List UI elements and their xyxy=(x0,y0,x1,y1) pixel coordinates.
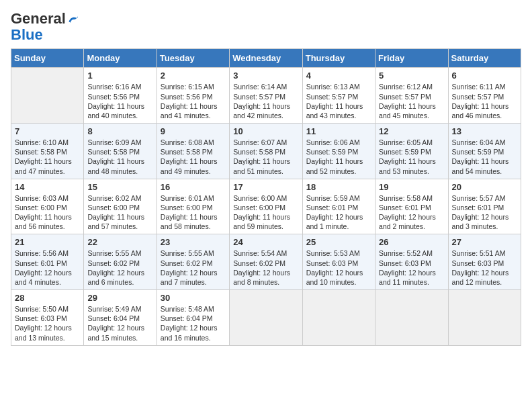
day-info: Sunrise: 5:58 AMSunset: 6:01 PMDaylight:… xyxy=(379,193,444,232)
day-number: 9 xyxy=(161,126,226,136)
day-info: Sunrise: 6:15 AMSunset: 5:56 PMDaylight:… xyxy=(161,82,226,120)
calendar-week-4: 21Sunrise: 5:56 AMSunset: 6:01 PMDayligh… xyxy=(11,234,521,290)
calendar-cell xyxy=(11,68,84,124)
logo: General Blue xyxy=(11,11,79,43)
calendar-cell: 21Sunrise: 5:56 AMSunset: 6:01 PMDayligh… xyxy=(11,234,84,290)
day-info: Sunrise: 6:01 AMSunset: 6:00 PMDaylight:… xyxy=(161,193,226,232)
calendar-cell: 26Sunrise: 5:52 AMSunset: 6:03 PMDayligh… xyxy=(375,234,448,290)
day-number: 3 xyxy=(233,71,298,81)
calendar-week-3: 14Sunrise: 6:03 AMSunset: 6:00 PMDayligh… xyxy=(11,179,521,234)
day-info: Sunrise: 5:52 AMSunset: 6:03 PMDaylight:… xyxy=(379,248,444,287)
day-info: Sunrise: 5:49 AMSunset: 6:04 PMDaylight:… xyxy=(87,304,152,342)
weekday-header-friday: Friday xyxy=(375,49,448,68)
calendar-cell: 20Sunrise: 5:57 AMSunset: 6:01 PMDayligh… xyxy=(448,179,521,234)
day-number: 7 xyxy=(15,126,80,136)
day-info: Sunrise: 5:48 AMSunset: 6:04 PMDaylight:… xyxy=(161,304,226,342)
day-number: 4 xyxy=(306,71,371,81)
day-info: Sunrise: 6:12 AMSunset: 5:57 PMDaylight:… xyxy=(379,82,444,120)
day-info: Sunrise: 6:08 AMSunset: 5:58 PMDaylight:… xyxy=(161,138,226,176)
day-info: Sunrise: 6:04 AMSunset: 5:59 PMDaylight:… xyxy=(452,138,517,176)
calendar-cell: 18Sunrise: 5:59 AMSunset: 6:01 PMDayligh… xyxy=(302,179,375,234)
day-info: Sunrise: 6:11 AMSunset: 5:57 PMDaylight:… xyxy=(452,82,517,120)
calendar-cell: 13Sunrise: 6:04 AMSunset: 5:59 PMDayligh… xyxy=(448,124,521,179)
day-number: 10 xyxy=(233,126,298,136)
calendar-cell: 11Sunrise: 6:06 AMSunset: 5:59 PMDayligh… xyxy=(302,124,375,179)
calendar-week-1: 1Sunrise: 6:16 AMSunset: 5:56 PMDaylight… xyxy=(11,68,521,124)
calendar-cell xyxy=(375,290,448,346)
calendar-table: SundayMondayTuesdayWednesdayThursdayFrid… xyxy=(11,48,521,345)
day-info: Sunrise: 5:50 AMSunset: 6:03 PMDaylight:… xyxy=(15,304,80,342)
day-number: 11 xyxy=(306,126,371,136)
calendar-cell xyxy=(230,290,302,346)
calendar-cell: 1Sunrise: 6:16 AMSunset: 5:56 PMDaylight… xyxy=(84,68,157,124)
day-number: 26 xyxy=(379,237,444,247)
day-number: 20 xyxy=(452,182,517,192)
day-number: 17 xyxy=(233,182,298,192)
weekday-header-row: SundayMondayTuesdayWednesdayThursdayFrid… xyxy=(11,49,521,68)
calendar-cell: 25Sunrise: 5:53 AMSunset: 6:03 PMDayligh… xyxy=(302,234,375,290)
day-number: 21 xyxy=(15,237,80,247)
day-info: Sunrise: 6:03 AMSunset: 6:00 PMDaylight:… xyxy=(15,193,80,232)
day-info: Sunrise: 6:16 AMSunset: 5:56 PMDaylight:… xyxy=(87,82,152,120)
day-info: Sunrise: 6:09 AMSunset: 5:58 PMDaylight:… xyxy=(87,138,152,176)
day-number: 1 xyxy=(87,71,152,81)
calendar-cell: 28Sunrise: 5:50 AMSunset: 6:03 PMDayligh… xyxy=(11,290,84,346)
page-header: General Blue xyxy=(11,11,521,43)
day-info: Sunrise: 6:00 AMSunset: 6:00 PMDaylight:… xyxy=(233,193,298,232)
day-number: 2 xyxy=(161,71,226,81)
calendar-cell: 27Sunrise: 5:51 AMSunset: 6:03 PMDayligh… xyxy=(448,234,521,290)
calendar-cell: 29Sunrise: 5:49 AMSunset: 6:04 PMDayligh… xyxy=(84,290,157,346)
calendar-cell: 19Sunrise: 5:58 AMSunset: 6:01 PMDayligh… xyxy=(375,179,448,234)
calendar-cell: 14Sunrise: 6:03 AMSunset: 6:00 PMDayligh… xyxy=(11,179,84,234)
day-number: 14 xyxy=(15,182,80,192)
day-number: 24 xyxy=(233,237,298,247)
day-info: Sunrise: 5:55 AMSunset: 6:02 PMDaylight:… xyxy=(161,248,226,287)
day-info: Sunrise: 5:53 AMSunset: 6:03 PMDaylight:… xyxy=(306,248,371,287)
day-info: Sunrise: 5:57 AMSunset: 6:01 PMDaylight:… xyxy=(452,193,517,232)
calendar-week-5: 28Sunrise: 5:50 AMSunset: 6:03 PMDayligh… xyxy=(11,290,521,346)
day-number: 23 xyxy=(161,237,226,247)
day-number: 18 xyxy=(306,182,371,192)
calendar-cell: 23Sunrise: 5:55 AMSunset: 6:02 PMDayligh… xyxy=(157,234,229,290)
day-number: 15 xyxy=(87,182,152,192)
day-info: Sunrise: 5:59 AMSunset: 6:01 PMDaylight:… xyxy=(306,193,371,232)
day-number: 29 xyxy=(87,293,152,303)
day-info: Sunrise: 5:55 AMSunset: 6:02 PMDaylight:… xyxy=(87,248,152,287)
day-info: Sunrise: 6:05 AMSunset: 5:59 PMDaylight:… xyxy=(379,138,444,176)
calendar-cell: 17Sunrise: 6:00 AMSunset: 6:00 PMDayligh… xyxy=(230,179,302,234)
calendar-cell: 7Sunrise: 6:10 AMSunset: 5:58 PMDaylight… xyxy=(11,124,84,179)
calendar-cell: 22Sunrise: 5:55 AMSunset: 6:02 PMDayligh… xyxy=(84,234,157,290)
day-number: 27 xyxy=(452,237,517,247)
calendar-cell: 9Sunrise: 6:08 AMSunset: 5:58 PMDaylight… xyxy=(157,124,229,179)
day-number: 5 xyxy=(379,71,444,81)
logo-bird-icon xyxy=(67,13,79,26)
logo-general: General xyxy=(11,10,66,27)
day-number: 28 xyxy=(15,293,80,303)
calendar-cell: 3Sunrise: 6:14 AMSunset: 5:57 PMDaylight… xyxy=(230,68,302,124)
weekday-header-wednesday: Wednesday xyxy=(230,49,302,68)
day-info: Sunrise: 5:51 AMSunset: 6:03 PMDaylight:… xyxy=(452,248,517,287)
calendar-cell: 2Sunrise: 6:15 AMSunset: 5:56 PMDaylight… xyxy=(157,68,229,124)
weekday-header-monday: Monday xyxy=(84,49,157,68)
day-number: 13 xyxy=(452,126,517,136)
day-info: Sunrise: 6:13 AMSunset: 5:57 PMDaylight:… xyxy=(306,82,371,120)
calendar-cell: 12Sunrise: 6:05 AMSunset: 5:59 PMDayligh… xyxy=(375,124,448,179)
calendar-week-2: 7Sunrise: 6:10 AMSunset: 5:58 PMDaylight… xyxy=(11,124,521,179)
day-info: Sunrise: 5:56 AMSunset: 6:01 PMDaylight:… xyxy=(15,248,80,287)
calendar-cell: 16Sunrise: 6:01 AMSunset: 6:00 PMDayligh… xyxy=(157,179,229,234)
calendar-cell: 10Sunrise: 6:07 AMSunset: 5:58 PMDayligh… xyxy=(230,124,302,179)
day-info: Sunrise: 6:10 AMSunset: 5:58 PMDaylight:… xyxy=(15,138,80,176)
day-number: 22 xyxy=(87,237,152,247)
day-info: Sunrise: 6:06 AMSunset: 5:59 PMDaylight:… xyxy=(306,138,371,176)
day-number: 16 xyxy=(161,182,226,192)
day-number: 30 xyxy=(161,293,226,303)
day-info: Sunrise: 6:07 AMSunset: 5:58 PMDaylight:… xyxy=(233,138,298,176)
calendar-cell: 30Sunrise: 5:48 AMSunset: 6:04 PMDayligh… xyxy=(157,290,229,346)
day-info: Sunrise: 6:02 AMSunset: 6:00 PMDaylight:… xyxy=(87,193,152,232)
weekday-header-saturday: Saturday xyxy=(448,49,521,68)
weekday-header-thursday: Thursday xyxy=(302,49,375,68)
calendar-cell xyxy=(448,290,521,346)
calendar-cell: 5Sunrise: 6:12 AMSunset: 5:57 PMDaylight… xyxy=(375,68,448,124)
calendar-cell: 6Sunrise: 6:11 AMSunset: 5:57 PMDaylight… xyxy=(448,68,521,124)
day-number: 6 xyxy=(452,71,517,81)
